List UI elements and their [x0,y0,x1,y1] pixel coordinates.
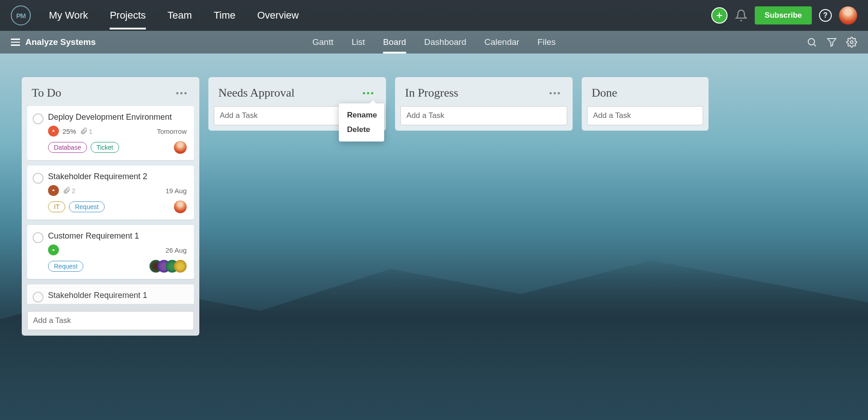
paperclip-icon [63,186,71,195]
column-needs-approval: Needs Approval Rename Delete [208,77,386,131]
column-header: In Progress [400,83,567,106]
dropdown-rename[interactable]: Rename [339,108,384,122]
add-task-input[interactable] [27,311,194,330]
logo[interactable]: PM [11,5,31,25]
view-tabs: Gantt List Board Dashboard Calendar File… [313,32,556,53]
tab-list[interactable]: List [352,32,365,53]
column-header: Needs Approval [214,83,381,106]
tag-ticket[interactable]: Ticket [91,142,119,153]
tab-board[interactable]: Board [383,32,406,53]
column-menu-button[interactable] [174,89,189,97]
nav-projects[interactable]: Projects [110,1,145,29]
tag-request[interactable]: Request [69,201,104,212]
complete-checkbox[interactable] [33,232,43,243]
add-task-input[interactable] [400,106,567,125]
priority-medium-icon [48,185,59,196]
tags-row: IT Request [48,200,187,213]
tab-gantt[interactable]: Gantt [313,32,333,53]
nav-team[interactable]: Team [168,1,192,29]
gear-icon[interactable] [846,37,857,48]
complete-checkbox[interactable] [33,113,43,124]
column-header: Done [587,83,703,106]
tag-request[interactable]: Request [48,261,83,272]
task-card[interactable]: Stakeholder Requirement 2 2 19 Aug IT Re… [27,166,194,220]
assignee-avatar-stack[interactable] [149,260,187,273]
subnav-right [806,37,857,48]
column-todo: To Do Deploy Development Environment 25%… [22,77,199,336]
nav-items: My Work Projects Team Time Overview [49,1,711,29]
search-icon[interactable] [806,37,817,48]
tab-calendar[interactable]: Calendar [484,32,519,53]
card-title: Customer Requirement 1 [48,231,187,241]
add-task-input[interactable] [587,106,703,125]
column-in-progress: In Progress [395,77,573,131]
project-name: Analyze Systems [25,37,96,47]
column-header: To Do [27,83,194,106]
card-list: Deploy Development Environment 25% 1 Tom… [27,106,194,306]
column-title: To Do [32,86,61,100]
progress-percent: 25% [63,127,76,135]
card-meta-row: 26 Aug [48,244,187,255]
task-card[interactable]: Deploy Development Environment 25% 1 Tom… [27,106,194,160]
subscribe-button[interactable]: Subscribe [755,6,812,24]
svg-point-0 [808,39,815,45]
complete-checkbox[interactable] [33,292,43,303]
card-body: Customer Requirement 1 26 Aug Request [48,231,187,273]
due-date: 26 Aug [165,246,187,254]
complete-checkbox[interactable] [33,173,43,184]
tags-row: Database Ticket [48,141,187,154]
priority-low-icon [48,244,59,255]
add-button[interactable] [711,7,728,24]
task-card[interactable]: Customer Requirement 1 26 Aug Request [27,225,194,279]
tag-it[interactable]: IT [48,201,65,212]
paperclip-icon [80,127,88,135]
column-title: In Progress [405,86,458,100]
tab-dashboard[interactable]: Dashboard [424,32,466,53]
priority-high-icon [48,126,59,137]
help-button[interactable]: ? [819,9,832,22]
card-meta-row: 2 19 Aug [48,185,187,196]
due-date: Tomorrow [157,127,187,135]
attachment-count: 2 [63,186,75,195]
assignee-avatar[interactable] [174,200,187,213]
card-body: Stakeholder Requirement 1 [48,291,187,304]
due-date: 19 Aug [165,187,187,195]
user-avatar[interactable] [839,6,857,24]
svg-point-1 [850,41,853,44]
column-menu-button[interactable] [547,89,563,97]
subnav-left: Analyze Systems [11,37,96,47]
bell-icon[interactable] [735,9,747,22]
card-body: Deploy Development Environment 25% 1 Tom… [48,112,187,154]
plus-icon [715,11,723,20]
sub-navigation: Analyze Systems Gantt List Board Dashboa… [0,31,868,54]
nav-overview[interactable]: Overview [257,1,299,29]
column-title: Done [592,86,617,100]
tab-files[interactable]: Files [537,32,555,53]
task-card[interactable]: Stakeholder Requirement 1 [27,284,194,304]
kanban-board: To Do Deploy Development Environment 25%… [0,54,868,420]
attachment-count: 1 [80,127,92,135]
card-title: Stakeholder Requirement 1 [48,291,187,300]
nav-time[interactable]: Time [214,1,236,29]
card-body: Stakeholder Requirement 2 2 19 Aug IT Re… [48,172,187,213]
dropdown-delete[interactable]: Delete [339,122,384,137]
column-menu-button[interactable] [360,89,376,97]
assignee-avatar [174,260,187,273]
column-title: Needs Approval [218,86,294,100]
tag-database[interactable]: Database [48,142,87,153]
column-dropdown: Rename Delete [339,103,384,142]
card-title: Stakeholder Requirement 2 [48,172,187,181]
filter-icon[interactable] [826,37,837,48]
top-navigation: PM My Work Projects Team Time Overview S… [0,0,868,31]
topnav-right: Subscribe ? [711,6,857,24]
tags-row: Request [48,260,187,273]
column-done: Done [582,77,709,131]
nav-my-work[interactable]: My Work [49,1,88,29]
card-meta-row: 25% 1 Tomorrow [48,126,187,137]
card-title: Deploy Development Environment [48,112,187,122]
hamburger-icon[interactable] [11,39,20,46]
assignee-avatar[interactable] [174,141,187,154]
